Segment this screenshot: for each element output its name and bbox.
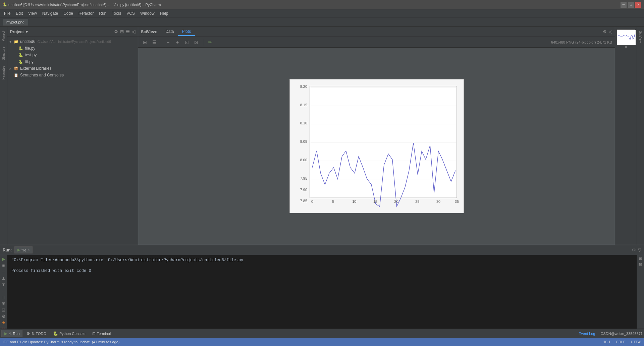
- tree-item-file-py[interactable]: 🐍 file.py: [7, 45, 138, 52]
- run-pause-button[interactable]: ⏸: [1, 295, 7, 300]
- bottom-tab-terminal[interactable]: ⊡ Terminal: [90, 330, 114, 337]
- run-tab-close-icon[interactable]: ×: [28, 248, 30, 252]
- toolbar-list-btn[interactable]: ☰: [150, 38, 158, 46]
- run-dump-button[interactable]: ⊡: [1, 307, 7, 312]
- sciview-toolbar: ⊞ ☰ − + ⊡ ⊠ ✏ 640x480 PNG (24-bit color)…: [138, 37, 615, 48]
- bottom-tab-python-console[interactable]: 🐍 Python Console: [50, 330, 88, 337]
- run-right-icon-1[interactable]: ⊞: [639, 256, 642, 261]
- bottom-panel: Run: ▶ file × ⚙ ▽ ▶ ■ ─ ▲ ▼ ─ ⏸ ⊞ ⊡ ⚙ ★ …: [0, 245, 644, 329]
- run-softfail-button[interactable]: ⊞: [1, 301, 7, 306]
- left-tool-structure[interactable]: Structure: [1, 44, 6, 63]
- left-tool-project[interactable]: Project: [1, 28, 6, 44]
- right-tool-sciview[interactable]: SciView: [638, 28, 643, 45]
- svg-text:8.05: 8.05: [300, 139, 307, 143]
- sciview-settings-icon[interactable]: ⚙: [603, 29, 607, 34]
- run-stop-button[interactable]: ■: [1, 263, 7, 268]
- project-gear-icon[interactable]: ⚙: [114, 29, 118, 34]
- menu-view[interactable]: View: [25, 10, 40, 16]
- toolbar-reset-btn[interactable]: ⊠: [192, 38, 200, 46]
- svg-text:5: 5: [332, 199, 334, 204]
- project-expand-icon[interactable]: ⊞: [120, 29, 124, 34]
- chart-svg: 8.20 8.15 8.10 8.05 8.00 7.95 7.90 7.85: [290, 79, 464, 213]
- window-controls: ─ □ ✕: [621, 2, 641, 8]
- run-play-button[interactable]: ▶: [1, 256, 7, 262]
- sciview-tab-actions: ⚙ ◁: [603, 29, 612, 34]
- toolbar-fit-btn[interactable]: ⊡: [183, 38, 191, 46]
- tree-item-ttt-py[interactable]: 🐍 ttt.py: [7, 58, 138, 65]
- run-tab-file[interactable]: ▶ file ×: [14, 246, 33, 253]
- svg-text:8.15: 8.15: [300, 103, 307, 107]
- project-header-icons: ⚙ ⊞ ☰ ◁: [114, 29, 135, 34]
- left-tool-favorites[interactable]: Favorites: [1, 63, 6, 82]
- menu-refactor[interactable]: Refactor: [76, 10, 96, 16]
- toolbar-divider-1: [161, 39, 161, 46]
- menu-navigate[interactable]: Navigate: [40, 10, 61, 16]
- run-star-button[interactable]: ★: [1, 320, 7, 325]
- sciview-image-area: 8.20 8.15 8.10 8.05 8.00 7.95 7.90 7.85: [138, 48, 615, 245]
- bottom-tab-run[interactable]: ▶ 4: Run: [1, 330, 22, 337]
- status-right: 10:1 CRLF UTF-8: [603, 340, 641, 344]
- sciview-tab-plots[interactable]: Plots: [178, 28, 195, 36]
- menu-tools[interactable]: Tools: [109, 10, 124, 16]
- tree-item-test-py[interactable]: 🐍 test.py: [7, 52, 138, 58]
- plot-thumbnail[interactable]: [617, 30, 635, 45]
- svg-text:35: 35: [454, 199, 459, 204]
- left-sidebar-tools: Project Structure Favorites: [0, 27, 7, 245]
- menu-run[interactable]: Run: [96, 10, 109, 16]
- project-settings-icon[interactable]: ☰: [126, 29, 130, 34]
- menu-code[interactable]: Code: [61, 10, 76, 16]
- chart-container: 8.20 8.15 8.10 8.05 8.00 7.95 7.90 7.85: [289, 79, 464, 213]
- svg-text:0: 0: [311, 199, 313, 204]
- thumbnail-close-icon[interactable]: ✕: [625, 45, 627, 49]
- menu-help[interactable]: Help: [157, 10, 171, 16]
- sciview-tab-data[interactable]: Data: [161, 28, 178, 36]
- run-divider-1: ─: [1, 269, 7, 274]
- event-log-link[interactable]: Event Log: [579, 332, 595, 336]
- svg-text:30: 30: [436, 199, 440, 204]
- run-hide-icon[interactable]: ▽: [638, 247, 641, 252]
- bottom-tab-run-label: 4: Run: [9, 332, 19, 336]
- svg-text:7.90: 7.90: [300, 188, 307, 192]
- terminal-icon: ⊡: [92, 331, 96, 336]
- tree-item-untitled6[interactable]: ▼ 📁 untitled6 C:\Users\Administrator\Pyc…: [7, 38, 138, 45]
- svg-text:10: 10: [352, 199, 356, 204]
- bottom-tab-todo[interactable]: ⚙ 6: TODO: [24, 330, 49, 337]
- run-content: ▶ ■ ─ ▲ ▼ ─ ⏸ ⊞ ⊡ ⚙ ★ ✕ "C:\Program File…: [0, 255, 644, 329]
- run-settings2-button[interactable]: ⚙: [1, 314, 7, 319]
- toolbar-grid-btn[interactable]: ⊞: [141, 38, 149, 46]
- image-tab-myplot[interactable]: myplot.png: [3, 19, 28, 25]
- tree-item-scratches[interactable]: 📋 Scratches and Consoles: [7, 72, 138, 78]
- console-line-3: Process finished with exit code 0: [11, 269, 633, 273]
- menu-file[interactable]: File: [1, 10, 13, 16]
- toolbar-zoom-out-btn[interactable]: −: [164, 38, 172, 46]
- run-tab-icon: ▶: [17, 248, 20, 252]
- run-right-tools: ⊞ ⊡: [637, 255, 644, 329]
- sciview-hide-icon[interactable]: ◁: [609, 29, 612, 34]
- run-up-button[interactable]: ▲: [1, 276, 7, 281]
- maximize-button[interactable]: □: [628, 2, 634, 8]
- todo-tab-icon: ⚙: [26, 331, 30, 336]
- status-encoding: UTF-8: [631, 340, 641, 344]
- window-title: untitled6 [C:\Users\Administrator\Pychar…: [8, 3, 161, 7]
- minimize-button[interactable]: ─: [621, 2, 627, 8]
- toolbar-edit-btn[interactable]: ✏: [206, 38, 214, 46]
- svg-text:25: 25: [415, 199, 419, 204]
- project-tree: ▼ 📁 untitled6 C:\Users\Administrator\Pyc…: [7, 37, 138, 245]
- status-user: CSDN@weixn_33595571: [600, 332, 643, 336]
- bottom-tab-terminal-label: Terminal: [97, 332, 111, 336]
- app-icon: 🐍: [3, 2, 7, 7]
- toolbar-zoom-in-btn[interactable]: +: [173, 38, 181, 46]
- menu-edit[interactable]: Edit: [13, 10, 25, 16]
- run-settings-icon[interactable]: ⚙: [632, 247, 636, 252]
- run-right-icon-2[interactable]: ⊡: [639, 262, 642, 267]
- run-down-button[interactable]: ▼: [1, 282, 7, 287]
- close-button[interactable]: ✕: [635, 2, 641, 8]
- svg-rect-0: [310, 86, 457, 198]
- project-hide-icon[interactable]: ◁: [132, 29, 135, 34]
- tree-item-external-libraries[interactable]: ▷ 📦 External Libraries: [7, 65, 138, 72]
- menu-vcs[interactable]: VCS: [124, 10, 138, 16]
- sciview-panel: SciView: Data Plots ⚙ ◁ ⊞ ☰ − + ⊡ ⊠ ✏ 64…: [138, 27, 615, 245]
- svg-text:8.20: 8.20: [300, 84, 307, 89]
- menu-window[interactable]: Window: [138, 10, 157, 16]
- project-header: Project ▼ ⚙ ⊞ ☰ ◁: [7, 27, 138, 37]
